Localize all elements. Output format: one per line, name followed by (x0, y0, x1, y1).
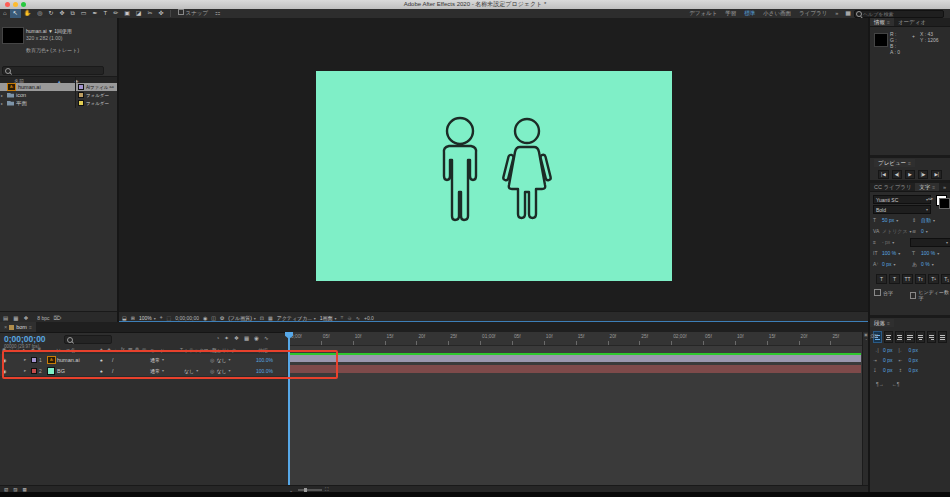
composition-viewer[interactable] (118, 18, 868, 311)
bit-depth-button[interactable]: 8 bpc (37, 315, 49, 321)
layer2-duration-bar[interactable] (289, 365, 861, 373)
footage-name-line[interactable]: human.ai ▼ 1回使用 (26, 28, 72, 34)
panel-splitter-left[interactable] (117, 18, 119, 322)
tool-icon-12[interactable]: ◪ (133, 9, 145, 18)
snap-checkbox[interactable]: スナップ (174, 9, 213, 18)
project-bottom-icon-2[interactable]: ❖ (23, 315, 28, 321)
align-button-jright[interactable] (927, 331, 936, 343)
timeline-option-icon-2[interactable]: ❖ (234, 335, 239, 341)
prev-frame-button[interactable]: ◀| (892, 170, 903, 179)
tsume-field[interactable]: あ 0 %▾ (912, 261, 934, 267)
timeline-option-icon-5[interactable]: ∿ (264, 335, 269, 341)
label-color-swatch[interactable] (78, 92, 84, 98)
tool-icon-8[interactable]: ✒ (89, 9, 100, 18)
project-row-human.ai[interactable]: Aihuman.aiAiファイル⚯ (0, 83, 117, 91)
tab-audio[interactable]: オーディオ (894, 18, 930, 26)
fill-color-swatch[interactable] (939, 198, 950, 209)
align-button-jcenter[interactable] (916, 331, 925, 343)
align-button-right[interactable] (895, 331, 904, 343)
next-frame-button[interactable]: |▶ (918, 170, 929, 179)
faux-style-button-2[interactable]: TT (902, 274, 913, 284)
project-bottom-icon-0[interactable]: ▤ (3, 315, 8, 321)
item-name[interactable]: human.ai (18, 84, 41, 90)
paragraph-field-0[interactable]: →|0 px (873, 347, 892, 353)
panel-splitter-right[interactable] (868, 18, 870, 492)
panel-menu-icon[interactable]: ≡ (887, 19, 890, 25)
expand-arrow-icon[interactable]: ▸ (1, 93, 7, 98)
help-search[interactable] (854, 10, 944, 18)
timeline-option-icon-1[interactable]: ✦ (224, 335, 229, 341)
tool-icon-4[interactable]: ↻ (45, 9, 56, 18)
timeline-zoom-slider[interactable] (298, 489, 322, 491)
faux-style-button-5[interactable]: T₁ (941, 274, 950, 284)
tool-icon-1[interactable]: ↖ (10, 9, 21, 18)
tool-icon-6[interactable]: ⧉ (67, 9, 77, 18)
align-button-jleft[interactable] (905, 331, 914, 343)
paragraph-field-5[interactable]: ↥0 px (898, 367, 917, 373)
tool-icon-7[interactable]: ▭ (78, 9, 90, 18)
tab-preview[interactable]: プレビュー≡ (874, 159, 915, 167)
kerning-field[interactable]: VA メトリクス▾ (873, 228, 912, 234)
font-style-select[interactable]: Bold▾ (873, 205, 931, 214)
help-search-input[interactable] (854, 10, 944, 18)
tool-icon-9[interactable]: T (100, 9, 110, 18)
workspace-デフォルト[interactable]: デフォルト (685, 9, 721, 18)
project-search-field[interactable] (2, 66, 104, 75)
vertical-scale-field[interactable]: IT 100 %▾ (873, 250, 900, 256)
snap-option-icon[interactable]: ⚏ (212, 9, 223, 18)
column-divider[interactable] (75, 76, 76, 108)
item-name[interactable]: icon (16, 92, 26, 98)
align-button-center[interactable] (884, 331, 893, 343)
eyedropper-icon[interactable]: ✑ (928, 195, 933, 202)
workspace-grid-icon[interactable]: ▦ (842, 9, 854, 18)
horizontal-scale-field[interactable]: ꓔ 100 %▾ (912, 250, 939, 256)
text-direction-icon-1[interactable]: ←¶ (892, 381, 900, 387)
tool-icon-3[interactable]: ◎ (34, 9, 45, 18)
faux-style-button-3[interactable]: Tт (915, 274, 926, 284)
panel-menu-icon[interactable]: ≡ (932, 184, 935, 190)
minimize-window-button[interactable] (13, 2, 18, 7)
close-window-button[interactable] (5, 2, 10, 7)
timeline-option-icon-4[interactable]: ◉ (254, 335, 259, 341)
stroke-width-field[interactable]: ≡ - px▾ (873, 239, 894, 245)
leading-field[interactable]: ⇕ 自動▾ (912, 217, 935, 223)
font-family-select[interactable]: Yuanti SC▾ (873, 195, 931, 204)
hindi-digits-checkbox[interactable]: ヒンディー数字 (910, 289, 950, 301)
timeline-option-icon-3[interactable]: ▦ (244, 335, 249, 341)
first-frame-button[interactable]: |◀ (878, 170, 889, 179)
workspace-overflow-icon[interactable]: » (831, 9, 842, 18)
tab-paragraph[interactable]: 段落≡ (870, 319, 894, 327)
tool-icon-0[interactable]: ⌂ (0, 9, 10, 18)
font-size-field[interactable]: T 50 px▾ (873, 217, 898, 223)
project-bottom-icon-1[interactable]: ▦ (13, 315, 18, 321)
workspace-標準[interactable]: 標準 (740, 9, 759, 18)
label-color-swatch[interactable] (78, 84, 84, 90)
tab-info[interactable]: 情報≡ (870, 18, 894, 26)
composition-canvas[interactable] (316, 71, 672, 281)
project-row-平面[interactable]: ▸平面フォルダー (0, 99, 117, 107)
paragraph-field-1[interactable]: |←0 px (898, 347, 917, 353)
tool-icon-10[interactable]: ✏ (110, 9, 121, 18)
stroke-style-select[interactable]: ▾ (910, 238, 950, 247)
trash-icon[interactable]: ⌦ (54, 315, 62, 321)
panel-menu-icon[interactable]: ≡ (29, 323, 32, 331)
workspace-ライブラリ[interactable]: ライブラリ (795, 9, 831, 18)
layer1-duration-bar[interactable] (289, 355, 861, 362)
timeline-search-field[interactable] (64, 335, 112, 344)
expand-arrow-icon[interactable]: ▸ (1, 101, 7, 106)
tracking-field[interactable]: ≋ 0▾ (912, 228, 928, 234)
ligatures-checkbox[interactable]: 合字 (874, 289, 893, 296)
tool-icon-14[interactable]: ✜ (156, 9, 167, 18)
play-button[interactable]: ▶ (905, 170, 914, 179)
project-row-icon[interactable]: ▸iconフォルダー (0, 91, 117, 99)
tab-overflow-icon[interactable]: » (939, 183, 950, 191)
paragraph-field-4[interactable]: ↧0 px (873, 367, 892, 373)
last-frame-button[interactable]: ▶| (931, 170, 942, 179)
paragraph-field-3[interactable]: ⇤0 px (898, 357, 917, 363)
faux-style-button-1[interactable]: T (889, 274, 900, 284)
baseline-shift-field[interactable]: A⁺ 0 px▾ (873, 261, 895, 267)
timeline-tab-bom[interactable]: × bom≡ (0, 322, 36, 332)
zoom-window-button[interactable] (21, 2, 26, 7)
panel-menu-icon[interactable]: ≡ (887, 320, 890, 326)
faux-style-button-4[interactable]: T¹ (928, 274, 939, 284)
